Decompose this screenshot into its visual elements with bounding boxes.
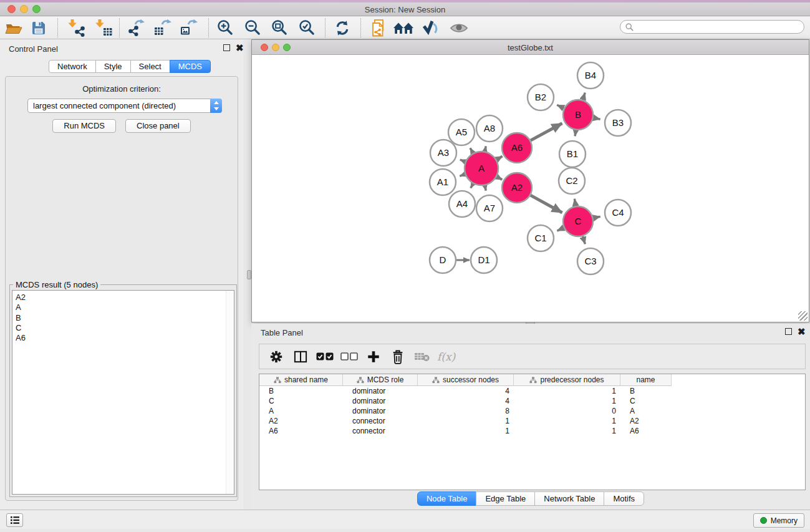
- graph-node-label-A: A: [478, 163, 485, 173]
- create-column-button[interactable]: [363, 347, 384, 367]
- graph-edge-A-A5[interactable]: [470, 148, 473, 153]
- export-network-button[interactable]: [124, 17, 148, 38]
- main-toolbar: [0, 17, 810, 39]
- zoom-in-button[interactable]: [213, 17, 237, 38]
- tab-network-table[interactable]: Network Table: [534, 491, 604, 506]
- graph-edge-B-B4[interactable]: [583, 93, 586, 100]
- graph-edge-B-B1[interactable]: [575, 130, 576, 137]
- graph-edge-A-A6[interactable]: [496, 157, 502, 160]
- table-row[interactable]: A6connector11A6: [259, 426, 805, 436]
- optimization-criterion-select[interactable]: largest connected component (directed): [27, 99, 222, 113]
- new-network-from-selection-button[interactable]: [367, 17, 390, 38]
- graph-edge-A2-C[interactable]: [531, 195, 562, 213]
- zoom-out-button[interactable]: [241, 17, 264, 38]
- zoom-fit-icon: [271, 19, 289, 37]
- table-settings-button[interactable]: [266, 347, 287, 367]
- delete-column-button[interactable]: [387, 347, 408, 367]
- export-table-button[interactable]: [151, 17, 175, 38]
- graph-edge-C-C3[interactable]: [582, 236, 585, 244]
- result-list-item[interactable]: B: [12, 313, 234, 323]
- memory-button[interactable]: Memory: [753, 513, 804, 528]
- toolbar-separator: [57, 18, 58, 37]
- graph-edge-A-A7[interactable]: [485, 185, 486, 190]
- window-resize-grip[interactable]: [798, 311, 808, 321]
- run-mcds-button[interactable]: Run MCDS: [52, 119, 116, 133]
- graph-node-label-B3: B3: [612, 117, 624, 128]
- network-canvas[interactable]: AA2A6BCA1A3A4A5A7A8B1B2B3B4C1C2C3C4DD1: [252, 55, 809, 322]
- network-view-window[interactable]: testGlobe.txt AA2A6BCA1A3A4A5A7A8B1B2B3B…: [251, 39, 809, 322]
- apply-layout-button[interactable]: [330, 17, 354, 38]
- birdseye-view-button[interactable]: [447, 17, 471, 38]
- import-table-button[interactable]: [92, 17, 115, 38]
- graph-edge-A6-B[interactable]: [531, 123, 562, 140]
- column-header-shared-name[interactable]: shared name: [259, 374, 343, 386]
- function-builder-button: f(x): [437, 351, 455, 363]
- tab-select[interactable]: Select: [130, 60, 170, 73]
- table-row[interactable]: Cdominator41C: [259, 396, 805, 406]
- table-row[interactable]: A2connector11A2: [259, 416, 805, 426]
- table-cell: 1: [418, 426, 514, 436]
- result-list-item[interactable]: C: [12, 323, 234, 333]
- graph-edge-B-B3[interactable]: [593, 118, 600, 119]
- table-row[interactable]: Adominator80A: [259, 406, 805, 416]
- table-cell: 1: [514, 396, 620, 406]
- tab-mcds[interactable]: MCDS: [170, 60, 211, 73]
- float-panel-icon[interactable]: [223, 44, 230, 51]
- mcds-result-list[interactable]: A2ABCA6: [12, 290, 234, 495]
- graph-edge-A-A1[interactable]: [460, 174, 465, 176]
- node-table[interactable]: shared nameMCDS rolesuccessor nodesprede…: [259, 374, 806, 490]
- table-row[interactable]: Bdominator41B: [259, 386, 805, 396]
- result-list-item[interactable]: A6: [12, 333, 234, 343]
- tree-hierarchy-icon: [432, 377, 440, 384]
- close-panel-button[interactable]: Close panel: [125, 119, 191, 133]
- result-list-scrollbar[interactable]: [226, 291, 234, 494]
- tab-edge-table[interactable]: Edge Table: [476, 491, 535, 506]
- show-column-button[interactable]: [290, 347, 311, 367]
- column-header-name[interactable]: name: [620, 374, 672, 386]
- tab-style[interactable]: Style: [95, 60, 131, 73]
- graph-edge-B-B2[interactable]: [557, 105, 564, 108]
- refresh-icon: [334, 19, 351, 37]
- zoom-fit-button[interactable]: [268, 17, 291, 38]
- column-header-MCDS-role[interactable]: MCDS role: [343, 374, 418, 386]
- table-cell: 1: [514, 426, 620, 436]
- graphics-details-button[interactable]: [419, 17, 443, 38]
- cybrowser-home-button[interactable]: [392, 17, 415, 38]
- open-session-button[interactable]: [2, 17, 26, 38]
- graph-edge-C-C2[interactable]: [574, 199, 576, 206]
- zoom-selected-button[interactable]: [295, 17, 319, 38]
- control-panel-title: Control Panel: [9, 44, 58, 54]
- import-network-button[interactable]: [64, 17, 88, 38]
- status-bar: Memory: [0, 510, 810, 529]
- titlebar[interactable]: Session: New Session: [0, 2, 810, 16]
- tab-motifs[interactable]: Motifs: [604, 491, 644, 506]
- close-table-panel-icon[interactable]: ✖: [798, 328, 806, 335]
- show-panels-button[interactable]: [6, 513, 23, 527]
- network-window-titlebar[interactable]: testGlobe.txt: [252, 40, 809, 55]
- graph-edge-A-A2[interactable]: [497, 177, 503, 180]
- column-header-label: shared name: [284, 375, 328, 384]
- table-cell: C: [620, 396, 672, 406]
- tab-node-table[interactable]: Node Table: [417, 491, 477, 506]
- tab-network[interactable]: Network: [49, 60, 96, 73]
- result-list-item[interactable]: A: [12, 302, 234, 312]
- select-none-button[interactable]: [339, 347, 360, 367]
- float-table-panel-icon[interactable]: [785, 328, 792, 335]
- column-header-label: predecessor nodes: [540, 375, 604, 384]
- column-header-successor-nodes[interactable]: successor nodes: [418, 374, 514, 386]
- export-image-button[interactable]: [177, 17, 201, 38]
- graph-edge-A-A3[interactable]: [460, 160, 465, 162]
- search-input[interactable]: [637, 22, 799, 31]
- graph-edge-A-A8[interactable]: [485, 146, 486, 151]
- save-session-button[interactable]: [27, 17, 51, 38]
- search-field[interactable]: [620, 20, 804, 34]
- result-list-item[interactable]: A2: [12, 293, 234, 302]
- graph-edge-C-C1[interactable]: [557, 228, 564, 231]
- graph-edge-A-A4[interactable]: [471, 184, 473, 188]
- vertical-splitter-handle[interactable]: [247, 270, 251, 279]
- graph-edge-C-C4[interactable]: [593, 216, 600, 218]
- column-header-predecessor-nodes[interactable]: predecessor nodes: [514, 374, 620, 386]
- select-all-button[interactable]: [314, 347, 335, 367]
- close-panel-icon[interactable]: ✖: [236, 44, 244, 51]
- import-network-icon: [67, 19, 85, 37]
